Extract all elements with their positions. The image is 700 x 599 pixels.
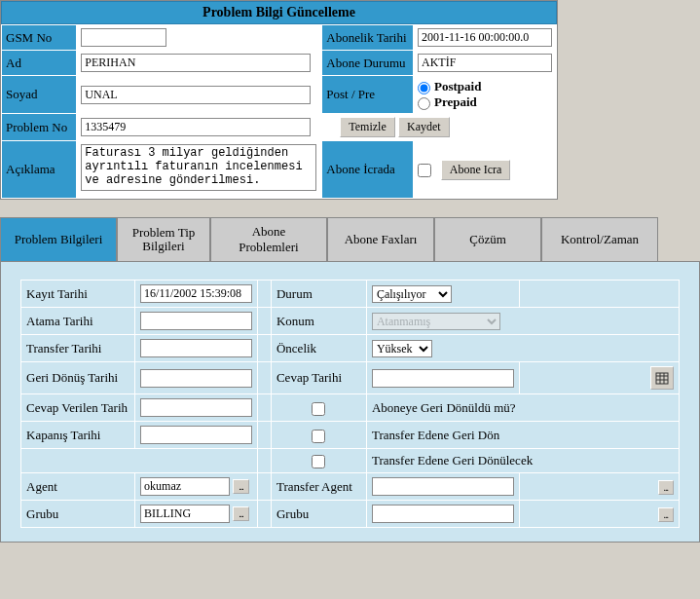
label-gsm-no: GSM No bbox=[2, 25, 77, 51]
abone-durumu-input[interactable] bbox=[418, 54, 552, 72]
temizle-button[interactable]: Temizle bbox=[340, 117, 394, 137]
abonelik-tarihi-input[interactable] bbox=[418, 28, 552, 47]
tab-abone-problemleri[interactable]: Abone Problemleri bbox=[210, 217, 327, 261]
grubu-input[interactable] bbox=[140, 505, 230, 523]
abone-icrada-checkbox[interactable] bbox=[418, 164, 431, 177]
problem-no-input[interactable] bbox=[81, 118, 311, 136]
prepaid-label: Prepaid bbox=[434, 94, 477, 109]
cb-transfer-edene-geri-don[interactable] bbox=[312, 430, 325, 443]
calendar-icon[interactable] bbox=[650, 366, 674, 390]
cevap-verilen-tarih-input[interactable] bbox=[140, 398, 252, 417]
konum-select[interactable]: Atanmamış bbox=[372, 313, 500, 330]
label-cb2: Transfer Edene Geri Dön bbox=[366, 422, 679, 449]
label-agent: Agent bbox=[21, 473, 135, 501]
label-oncelik: Öncelik bbox=[271, 335, 366, 362]
soyad-input[interactable] bbox=[81, 86, 311, 104]
kapanis-tarihi-input[interactable] bbox=[140, 426, 252, 444]
label-abone-durumu: Abone Durumu bbox=[322, 51, 414, 76]
tab-kontrol-zaman[interactable]: Kontrol/Zaman bbox=[541, 217, 658, 261]
abone-icra-button[interactable]: Abone Icra bbox=[441, 160, 511, 180]
agent-input[interactable] bbox=[140, 477, 230, 496]
tab-problem-bilgileri[interactable]: Problem Bilgileri bbox=[0, 217, 117, 261]
gsm-no-input[interactable] bbox=[81, 28, 166, 47]
kaydet-button[interactable]: Kaydet bbox=[398, 117, 450, 137]
grubu2-input[interactable] bbox=[372, 505, 514, 523]
cb-transfer-edene-geri-donulecek[interactable] bbox=[312, 455, 325, 468]
label-transfer-tarihi: Transfer Tarihi bbox=[21, 335, 135, 362]
tab-problem-tip-bilgileri[interactable]: Problem Tip Bilgileri bbox=[117, 217, 210, 261]
label-geri-donus-tarihi: Geri Dönüş Tarihi bbox=[21, 362, 135, 394]
top-form-panel: Problem Bilgi Güncelleme GSM No Abonelik… bbox=[0, 0, 558, 200]
label-aciklama: Açıklama bbox=[2, 141, 77, 199]
label-abone-icrada: Abone İcrada bbox=[322, 141, 414, 199]
form-title: Problem Bilgi Güncelleme bbox=[1, 1, 557, 24]
label-cb1: Aboneye Geri Dönüldü mü? bbox=[366, 394, 679, 422]
durum-select[interactable]: Çalışılıyor bbox=[372, 285, 452, 303]
cb-aboneye-geri-donuldu[interactable] bbox=[312, 402, 325, 416]
label-grubu2: Grubu bbox=[271, 501, 366, 528]
transfer-tarihi-input[interactable] bbox=[140, 339, 252, 357]
label-soyad: Soyad bbox=[2, 76, 77, 114]
label-grubu: Grubu bbox=[21, 501, 135, 528]
cevap-tarihi-input[interactable] bbox=[372, 369, 514, 388]
aciklama-textarea[interactable]: Faturası 3 milyar geldiğinden ayrıntılı … bbox=[81, 144, 316, 191]
oncelik-select[interactable]: Yüksek bbox=[372, 340, 432, 357]
label-ad: Ad bbox=[2, 51, 77, 76]
tabs-panel: Problem Bilgileri Problem Tip Bilgileri … bbox=[0, 217, 700, 543]
label-konum: Konum bbox=[271, 308, 366, 335]
geri-donus-tarihi-input[interactable] bbox=[140, 369, 252, 388]
postpaid-label: Postpaid bbox=[434, 79, 481, 94]
label-cb3: Transfer Edene Geri Dönülecek bbox=[366, 449, 679, 473]
label-abonelik-tarihi: Abonelik Tarihi bbox=[322, 25, 414, 51]
label-transfer-agent: Transfer Agent bbox=[271, 473, 366, 501]
transfer-agent-lookup-button[interactable]: ... bbox=[658, 480, 675, 495]
label-cevap-tarihi: Cevap Tarihi bbox=[271, 362, 366, 394]
label-atama-tarihi: Atama Tarihi bbox=[21, 308, 135, 335]
ad-input[interactable] bbox=[81, 54, 311, 72]
tab-abone-faxlari[interactable]: Abone Faxları bbox=[327, 217, 434, 261]
label-post-pre: Post / Pre bbox=[322, 76, 414, 114]
prepaid-radio[interactable] bbox=[418, 97, 430, 110]
kayit-tarihi-input[interactable] bbox=[140, 284, 252, 303]
label-kapanis-tarihi: Kapanış Tarihi bbox=[21, 422, 135, 449]
tab-cozum[interactable]: Çözüm bbox=[434, 217, 541, 261]
agent-lookup-button[interactable]: ... bbox=[233, 479, 249, 494]
transfer-agent-input[interactable] bbox=[372, 477, 514, 496]
label-durum: Durum bbox=[271, 281, 366, 308]
label-problem-no: Problem No bbox=[2, 114, 77, 141]
atama-tarihi-input[interactable] bbox=[140, 312, 252, 330]
grubu-lookup-button[interactable]: ... bbox=[233, 506, 249, 521]
svg-rect-0 bbox=[656, 373, 668, 384]
label-kayit-tarihi: Kayıt Tarihi bbox=[21, 281, 135, 308]
label-cevap-verilen-tarih: Cevap Verilen Tarih bbox=[21, 394, 135, 422]
postpaid-radio[interactable] bbox=[418, 82, 430, 94]
grubu2-lookup-button[interactable]: ... bbox=[658, 507, 675, 522]
